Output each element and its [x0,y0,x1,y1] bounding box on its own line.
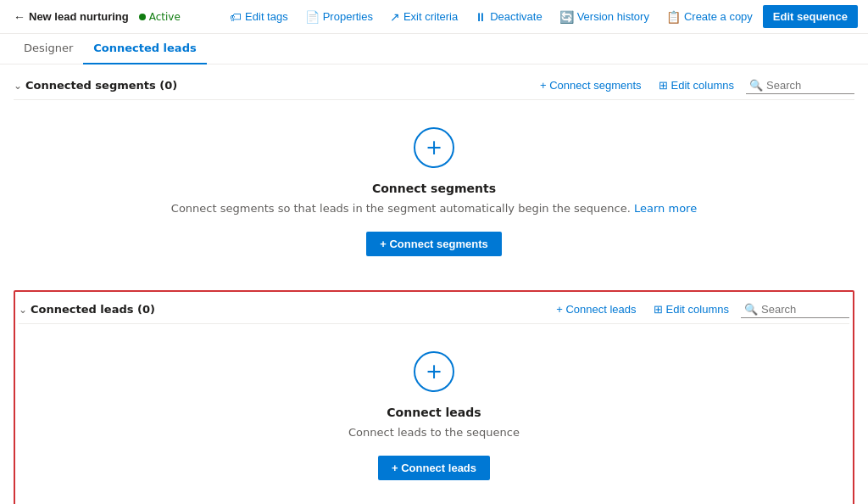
edit-tags-icon: 🏷 [230,10,242,24]
segments-edit-columns-button[interactable]: ⊞ Edit columns [654,76,739,94]
leads-toggle-button[interactable]: ⌄ [19,304,31,316]
segments-section-title: Connected segments (0) [25,79,535,92]
page-title: New lead nurturing [29,10,129,23]
segments-empty-title: Connect segments [372,182,496,195]
edit-columns-icon: ⊞ [659,79,668,92]
leads-plus-icon: + [426,361,442,382]
leads-edit-columns-label: Edit columns [666,303,729,316]
content-area: ⌄ Connected segments (0) + Connect segme… [0,64,868,504]
leads-edit-columns-button[interactable]: ⊞ Edit columns [648,300,734,318]
segments-toggle-button[interactable]: ⌄ [14,80,25,92]
status-dot [139,14,146,20]
segments-empty-icon-circle: + [414,127,454,168]
back-icon: ← [14,10,25,24]
segments-section-header: ⌄ Connected segments (0) + Connect segme… [14,71,854,100]
segments-plus-icon: + [426,137,442,158]
version-history-button[interactable]: 🔄 Version history [553,7,656,27]
edit-sequence-button[interactable]: Edit sequence [763,5,858,28]
segments-search-input[interactable] [766,79,851,92]
properties-label: Properties [323,10,373,23]
create-copy-label: Create a copy [684,10,753,23]
segments-empty-state: + Connect segments Connect segments so t… [14,100,854,283]
create-copy-button[interactable]: 📋 Create a copy [659,7,760,27]
leads-empty-icon-circle: + [414,351,454,392]
connected-segments-section: ⌄ Connected segments (0) + Connect segme… [14,71,854,283]
connected-leads-section: ⌄ Connected leads (0) + Connect leads ⊞ … [14,290,854,504]
leads-search-input[interactable] [761,303,846,316]
connect-leads-header-button[interactable]: + Connect leads [551,300,641,318]
leads-empty-title: Connect leads [387,406,481,419]
back-button[interactable]: ← New lead nurturing [10,10,132,24]
connect-segments-header-button[interactable]: + Connect segments [535,76,647,94]
segments-search-box: 🔍 [746,77,854,94]
tab-connected-leads[interactable]: Connected leads [83,34,206,64]
edit-tags-button[interactable]: 🏷 Edit tags [223,7,295,27]
edit-tags-label: Edit tags [245,10,288,23]
exit-criteria-button[interactable]: ↗ Exit criteria [383,7,465,27]
segments-empty-desc: Connect segments so that leads in the se… [171,202,697,215]
connect-segments-empty-button[interactable]: + Connect segments [366,232,502,256]
deactivate-icon: ⏸ [475,10,487,24]
deactivate-button[interactable]: ⏸ Deactivate [468,7,548,27]
leads-empty-desc: Connect leads to the sequence [348,426,520,439]
exit-criteria-icon: ↗ [390,10,400,24]
status-label: Active [149,11,181,23]
nav-actions: 🏷 Edit tags 📄 Properties ↗ Exit criteria… [223,5,858,28]
status-badge: Active [139,11,181,23]
leads-section-actions: + Connect leads ⊞ Edit columns 🔍 [551,300,849,318]
leads-section-title: Connected leads (0) [31,303,551,316]
leads-empty-state: + Connect leads Connect leads to the seq… [19,324,849,504]
version-history-icon: 🔄 [559,10,574,24]
leads-search-icon: 🔍 [744,303,758,316]
sub-nav: Designer Connected leads [0,34,868,64]
segments-learn-more-link[interactable]: Learn more [634,202,697,215]
create-copy-icon: 📋 [666,10,681,24]
leads-empty-desc-text: Connect leads to the sequence [348,426,520,439]
segments-search-icon: 🔍 [749,79,763,92]
properties-icon: 📄 [305,10,320,24]
leads-search-box: 🔍 [741,301,849,318]
leads-edit-columns-icon: ⊞ [654,303,663,316]
segments-edit-columns-label: Edit columns [671,79,734,92]
version-history-label: Version history [577,10,649,23]
exit-criteria-label: Exit criteria [403,10,458,23]
segments-section-actions: + Connect segments ⊞ Edit columns 🔍 [535,76,854,94]
leads-section-header: ⌄ Connected leads (0) + Connect leads ⊞ … [19,295,849,324]
deactivate-label: Deactivate [490,10,542,23]
properties-button[interactable]: 📄 Properties [298,7,380,27]
connect-leads-empty-button[interactable]: + Connect leads [378,456,490,480]
top-nav: ← New lead nurturing Active 🏷 Edit tags … [0,0,868,34]
segments-empty-desc-text: Connect segments so that leads in the se… [171,202,631,215]
tab-designer[interactable]: Designer [14,34,83,64]
